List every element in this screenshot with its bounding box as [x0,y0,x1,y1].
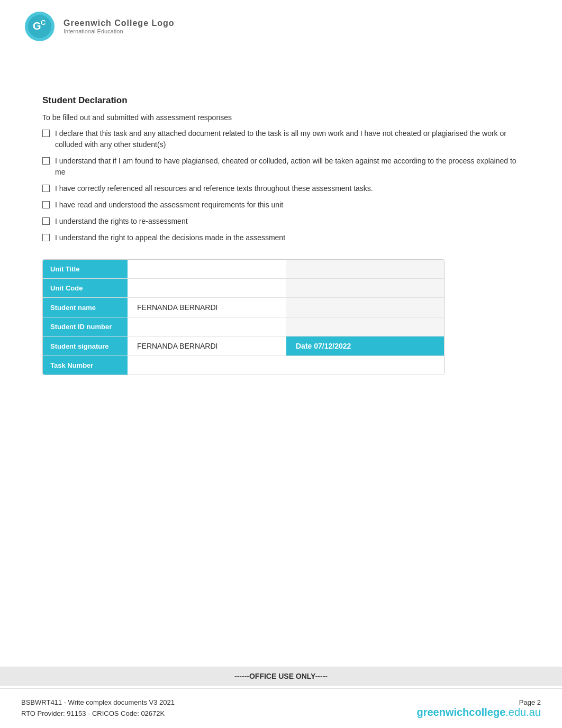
declaration-section: Student Declaration To be filled out and… [42,95,520,243]
logo-text-sub: International Education [64,28,175,35]
declaration-item-2: I understand that if I am found to have … [42,156,520,178]
table-row-task-number: Task Number [43,356,444,375]
declaration-text-3: I have correctly referenced all resource… [55,183,520,194]
declaration-item-5: I understand the rights to re-assessment [42,216,520,227]
footer-right: Page 2 greenwichcollege.edu.au [416,698,541,718]
table-row-unit-code: Unit Code [43,279,444,298]
office-use-text: ------OFFICE USE ONLY----- [234,672,328,680]
value-date: Date 07/12/2022 [286,336,444,356]
table-row-unit-title: Unit Title [43,260,444,279]
declaration-item-3: I have correctly referenced all resource… [42,183,520,194]
footer-brand-bold: greenwichcollege [416,706,505,718]
label-task-number: Task Number [43,356,128,375]
label-unit-title: Unit Title [43,260,128,279]
footer-brand-normal: .edu.au [505,706,541,718]
value-task-number [128,356,444,375]
label-student-signature: Student signature [43,336,128,356]
value-student-signature: FERNANDA BERNARDI [128,336,286,356]
declaration-text-4: I have read and understood the assessmen… [55,199,520,211]
declaration-subtitle: To be filled out and submitted with asse… [42,113,520,122]
table-row-student-name: Student name FERNANDA BERNARDI [43,298,444,317]
checkbox-2[interactable] [42,157,50,165]
checkbox-6[interactable] [42,234,50,241]
checkbox-5[interactable] [42,217,50,225]
office-use-bar: ------OFFICE USE ONLY----- [0,667,562,686]
table-row-student-signature: Student signature FERNANDA BERNARDI Date… [43,336,444,356]
info-table-wrapper: Unit Title Unit Code Student name FERNAN… [42,259,445,375]
logo-text-main: Greenwich College Logo [64,18,175,28]
footer-line1: BSBWRT411 - Write complex documents V3 2… [21,697,175,708]
label-unit-code: Unit Code [43,279,128,298]
declaration-text-6: I understand the right to appeal the dec… [55,232,520,243]
footer-line2: RTO Provider: 91153 - CRICOS Code: 02672… [21,708,175,720]
declaration-item-1: I declare that this task and any attache… [42,128,520,150]
info-table: Unit Title Unit Code Student name FERNAN… [43,260,444,375]
value-unit-title [128,260,286,279]
value-unit-code [128,279,286,298]
value-student-name: FERNANDA BERNARDI [128,298,286,317]
footer-left: BSBWRT411 - Write complex documents V3 2… [21,697,175,720]
declaration-title: Student Declaration [42,95,520,106]
declaration-item-6: I understand the right to appeal the dec… [42,232,520,243]
footer-page: Page 2 [416,698,541,706]
label-student-id: Student ID number [43,317,128,336]
college-logo-icon: G C [21,11,58,42]
footer-brand: greenwichcollege.edu.au [416,706,541,718]
declaration-text-1: I declare that this task and any attache… [55,128,520,150]
header-area: G C Greenwich College Logo International… [0,0,562,48]
declaration-text-5: I understand the rights to re-assessment [55,216,520,227]
declaration-item-4: I have read and understood the assessmen… [42,199,520,211]
table-row-student-id: Student ID number [43,317,444,336]
footer-area: BSBWRT411 - Write complex documents V3 2… [0,688,562,728]
page-wrapper: G C Greenwich College Logo International… [0,0,562,728]
checkbox-4[interactable] [42,201,50,208]
logo-container: G C Greenwich College Logo International… [21,11,541,42]
checkbox-3[interactable] [42,185,50,192]
svg-text:C: C [41,19,46,26]
checkbox-1[interactable] [42,130,50,137]
svg-text:G: G [33,20,41,32]
declaration-text-2: I understand that if I am found to have … [55,156,520,178]
value-student-id [128,317,286,336]
label-student-name: Student name [43,298,128,317]
main-content: Student Declaration To be filled out and… [0,48,562,386]
logo-text-block: Greenwich College Logo International Edu… [64,18,175,35]
